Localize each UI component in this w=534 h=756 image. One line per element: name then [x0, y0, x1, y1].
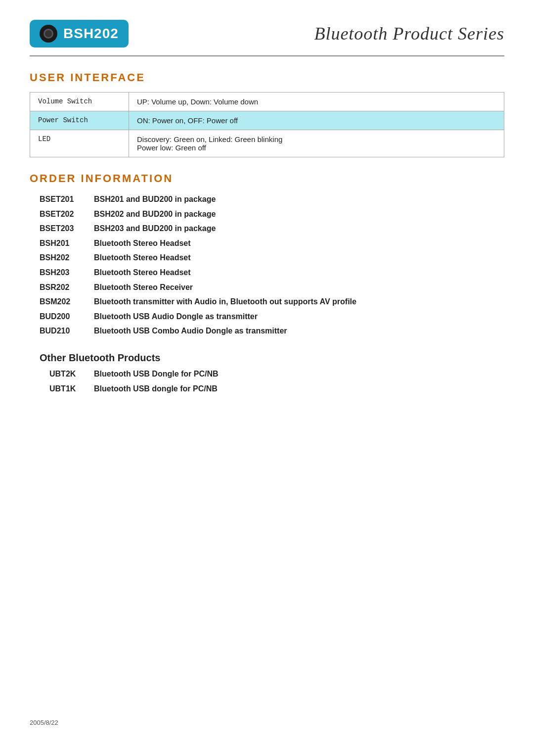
- item-desc: BSH201 and BUD200 in package: [94, 193, 216, 206]
- list-item: BSET203 BSH203 and BUD200 in package: [40, 222, 504, 235]
- item-desc: Bluetooth USB Dongle for PC/NB: [94, 368, 219, 380]
- item-desc: Bluetooth Stereo Headset: [94, 251, 191, 264]
- user-interface-table: Volume Switch UP: Volume up, Down: Volum…: [30, 92, 504, 157]
- item-code: BSH201: [40, 237, 84, 250]
- item-code: BSM202: [40, 295, 84, 308]
- brand-title: Bluetooth Product Series: [314, 23, 504, 44]
- list-item: BSH202 Bluetooth Stereo Headset: [40, 251, 504, 264]
- order-information-heading: ORDER INFORMATION: [30, 172, 504, 185]
- list-item: BSH203 Bluetooth Stereo Headset: [40, 266, 504, 279]
- item-desc: BSH202 and BUD200 in package: [94, 208, 216, 221]
- list-item: BSR202 Bluetooth Stereo Receiver: [40, 281, 504, 294]
- table-cell-switch: Power Switch: [30, 111, 129, 130]
- item-code: BUD210: [40, 325, 84, 337]
- list-item: UBT1K Bluetooth USB dongle for PC/NB: [49, 382, 504, 395]
- item-desc: Bluetooth Stereo Receiver: [94, 281, 193, 294]
- footer-date: 2005/8/22: [30, 719, 58, 726]
- item-desc: Bluetooth USB Combo Audio Dongle as tran…: [94, 325, 287, 337]
- user-interface-heading: USER INTERFACE: [30, 71, 504, 84]
- list-item: BSET201 BSH201 and BUD200 in package: [40, 193, 504, 206]
- item-desc: Bluetooth Stereo Headset: [94, 266, 191, 279]
- table-cell-desc: UP: Volume up, Down: Volume down: [129, 93, 504, 111]
- logo-icon: [40, 25, 57, 43]
- logo-box: BSH202: [30, 20, 129, 47]
- table-cell-desc: ON: Power on, OFF: Power off: [129, 111, 504, 130]
- table-cell-switch: Volume Switch: [30, 93, 129, 111]
- item-code: BSR202: [40, 281, 84, 294]
- list-item: BSH201 Bluetooth Stereo Headset: [40, 237, 504, 250]
- item-desc: Bluetooth Stereo Headset: [94, 237, 191, 250]
- item-code: BSET201: [40, 193, 84, 206]
- item-code: UBT1K: [49, 382, 84, 395]
- item-desc: Bluetooth USB Audio Dongle as transmitte…: [94, 310, 258, 323]
- list-item: BUD210 Bluetooth USB Combo Audio Dongle …: [40, 325, 504, 337]
- table-row: Volume Switch UP: Volume up, Down: Volum…: [30, 93, 504, 111]
- item-code: BSH202: [40, 251, 84, 264]
- list-item: UBT2K Bluetooth USB Dongle for PC/NB: [49, 368, 504, 380]
- item-code: UBT2K: [49, 368, 84, 380]
- item-code: BUD200: [40, 310, 84, 323]
- logo-text: BSH202: [63, 26, 119, 42]
- item-code: BSET203: [40, 222, 84, 235]
- table-cell-desc: Discovery: Green on, Linked: Green blink…: [129, 130, 504, 157]
- item-code: BSET202: [40, 208, 84, 221]
- table-row: Power Switch ON: Power on, OFF: Power of…: [30, 111, 504, 130]
- list-item: BSET202 BSH202 and BUD200 in package: [40, 208, 504, 221]
- list-item: BUD200 Bluetooth USB Audio Dongle as tra…: [40, 310, 504, 323]
- table-row: LED Discovery: Green on, Linked: Green b…: [30, 130, 504, 157]
- list-item: BSM202 Bluetooth transmitter with Audio …: [40, 295, 504, 308]
- item-code: BSH203: [40, 266, 84, 279]
- item-desc: Bluetooth USB dongle for PC/NB: [94, 382, 218, 395]
- table-cell-switch: LED: [30, 130, 129, 157]
- item-desc: BSH203 and BUD200 in package: [94, 222, 216, 235]
- other-products-heading: Other Bluetooth Products: [30, 352, 504, 364]
- item-desc: Bluetooth transmitter with Audio in, Blu…: [94, 295, 356, 308]
- page-header: BSH202 Bluetooth Product Series: [30, 20, 504, 56]
- other-products-list: UBT2K Bluetooth USB Dongle for PC/NB UBT…: [30, 368, 504, 395]
- order-list: BSET201 BSH201 and BUD200 in package BSE…: [30, 193, 504, 337]
